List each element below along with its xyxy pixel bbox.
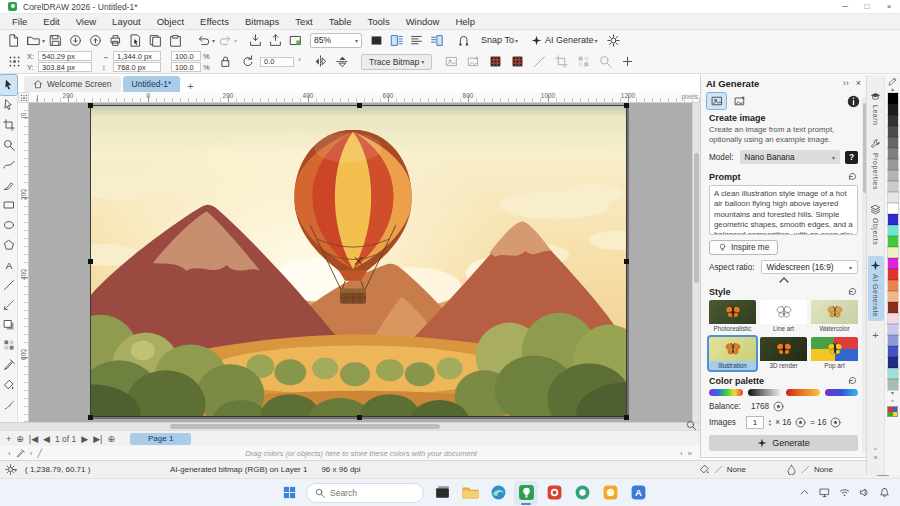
aspect-ratio-select[interactable]: Widescreen (16:9) ▾ <box>761 260 858 274</box>
wifi-icon[interactable] <box>839 487 850 498</box>
view-layout-c-button[interactable] <box>427 31 446 49</box>
style-option-pop-art[interactable]: Pop art <box>811 337 858 370</box>
docker-scroll-down-icon[interactable]: ⌄ <box>873 444 879 452</box>
save-button[interactable] <box>46 31 65 49</box>
menu-help[interactable]: Help <box>447 14 483 30</box>
menu-view[interactable]: View <box>68 14 104 30</box>
image-variation-tab[interactable] <box>730 93 749 109</box>
view-layout-b-button[interactable] <box>407 31 426 49</box>
menu-table[interactable]: Table <box>321 14 360 30</box>
insert-page-before-button[interactable]: ⊕ <box>16 434 24 444</box>
info-icon[interactable] <box>847 95 860 108</box>
color-swatch[interactable] <box>888 115 898 126</box>
style-option-watercolor[interactable]: Watercolor <box>811 300 858 333</box>
add-docker-button[interactable]: + <box>872 329 878 341</box>
tool-rectangle[interactable] <box>0 195 17 215</box>
insert-page-after-button[interactable]: ⊕ <box>107 434 115 444</box>
images-count-field[interactable]: 1 <box>746 416 764 429</box>
view-layout-a-button[interactable] <box>387 31 406 49</box>
color-swatch[interactable] <box>888 126 898 137</box>
palette-scroll-up-icon[interactable]: ▴ <box>891 86 894 93</box>
color-swatch[interactable] <box>888 368 898 379</box>
taskbar-app-app-orange[interactable] <box>598 481 622 505</box>
add-page-button[interactable]: + <box>6 434 11 444</box>
vertical-ruler[interactable]: 0200400600 <box>18 103 29 422</box>
palette-pen-icon[interactable] <box>888 77 897 86</box>
first-page-button[interactable]: |◀ <box>29 434 38 444</box>
publish-button[interactable] <box>286 31 305 49</box>
search-input[interactable] <box>330 488 400 498</box>
color-swatch[interactable] <box>888 181 898 192</box>
scale-x-field[interactable]: 100.0 <box>171 51 201 61</box>
tool-line[interactable] <box>0 275 17 295</box>
horizontal-ruler[interactable]: pixels 200020040060080010001200 <box>29 92 700 103</box>
color-swatch[interactable] <box>888 247 898 258</box>
bitmap-sample-a-button[interactable] <box>486 53 504 71</box>
color-swatch[interactable] <box>888 269 898 280</box>
open-button[interactable] <box>24 31 43 49</box>
color-swatch[interactable] <box>888 313 898 324</box>
color-swatch[interactable] <box>888 225 898 236</box>
last-page-button[interactable]: ▶| <box>93 434 102 444</box>
undo-button[interactable] <box>194 31 213 49</box>
open-caret-icon[interactable]: ▾ <box>42 37 45 44</box>
tool-pick[interactable] <box>0 75 17 95</box>
object-width-field[interactable]: 1,344.0 px <box>113 51 161 61</box>
import-button[interactable] <box>246 31 265 49</box>
tool-fill[interactable] <box>0 375 17 395</box>
panel-close-icon[interactable]: × <box>856 78 861 88</box>
prompt-reset-icon[interactable] <box>847 171 858 182</box>
export-button[interactable] <box>266 31 285 49</box>
ruler-origin-button[interactable] <box>18 92 29 103</box>
color-swatch[interactable] <box>888 280 898 291</box>
help-button[interactable]: ? <box>845 151 858 164</box>
tool-eyedropper[interactable] <box>0 355 17 375</box>
outline-status[interactable]: None <box>786 464 833 475</box>
bitmap-sample-b-button[interactable] <box>508 53 526 71</box>
welcome-screen-tab[interactable]: Welcome Screen <box>24 76 121 92</box>
menu-text[interactable]: Text <box>287 14 320 30</box>
taskbar-app-file-explorer[interactable] <box>458 481 482 505</box>
lock-ratio-button[interactable] <box>216 53 234 71</box>
palette-grid-icon[interactable] <box>887 406 898 417</box>
menu-window[interactable]: Window <box>398 14 448 30</box>
palette-reset-icon[interactable] <box>847 375 858 386</box>
tray-expand-right-icon[interactable]: › <box>8 449 11 458</box>
horizontal-scrollbar[interactable] <box>0 422 700 430</box>
tray-chevron-up-icon[interactable] <box>799 487 810 498</box>
mirror-horizontal-button[interactable] <box>311 53 329 71</box>
tray-no-color-icon[interactable]: ╱ <box>37 449 42 458</box>
paste-button[interactable] <box>166 31 185 49</box>
gradient-swatch-3[interactable] <box>786 389 820 396</box>
cloud-upload-button[interactable] <box>86 31 105 49</box>
section-collapse-chevron[interactable] <box>709 277 858 283</box>
propbar-add-button[interactable] <box>618 53 636 71</box>
color-swatch[interactable] <box>888 148 898 159</box>
taskbar-app-app-red[interactable] <box>542 481 566 505</box>
new-document-button[interactable] <box>4 31 23 49</box>
style-reset-icon[interactable] <box>847 286 858 297</box>
menu-tools[interactable]: Tools <box>359 14 397 30</box>
fullscreen-preview-button[interactable] <box>367 31 386 49</box>
color-swatch[interactable] <box>888 203 898 214</box>
snap-to-button[interactable]: Snap To ▾ <box>475 32 524 48</box>
notifications-icon[interactable] <box>879 487 890 498</box>
maximize-button[interactable]: □ <box>856 0 878 13</box>
x-position-field[interactable]: 540.29 px <box>38 51 92 61</box>
docker-tab-learn[interactable]: Learn <box>868 87 884 129</box>
position-grid-icon[interactable] <box>5 53 23 71</box>
document-page[interactable] <box>90 105 627 417</box>
inspire-me-button[interactable]: Inspire me <box>709 240 778 255</box>
taskbar-app-edge-browser[interactable] <box>486 481 510 505</box>
close-button[interactable]: × <box>878 0 900 13</box>
select-all-button[interactable] <box>126 31 145 49</box>
cloud-download-button[interactable] <box>66 31 85 49</box>
model-select[interactable]: Nano Banana ▾ <box>740 150 840 164</box>
fill-status[interactable]: None <box>699 464 746 475</box>
gradient-swatch-4[interactable] <box>825 389 859 396</box>
start-button[interactable] <box>278 482 300 504</box>
gradient-swatch-1[interactable] <box>709 389 743 396</box>
selection-handle-bottom-right[interactable] <box>624 415 629 420</box>
status-settings-button[interactable]: ▾ <box>5 464 17 475</box>
zoom-level-select[interactable]: 85% ▾ <box>310 33 362 48</box>
